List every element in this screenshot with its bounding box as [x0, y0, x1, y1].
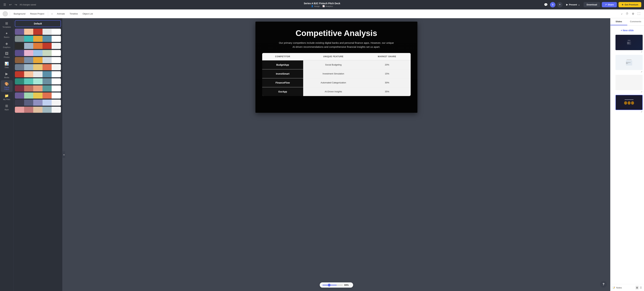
- menu-icon[interactable]: ☰: [3, 2, 7, 7]
- color-palette-6[interactable]: [15, 71, 61, 77]
- assign-button[interactable]: 👤 Assign: [311, 5, 320, 7]
- analytics-icon: 📈: [322, 5, 325, 7]
- timer-icon[interactable]: ⏱: [625, 11, 630, 16]
- color-swatch: [52, 85, 61, 92]
- slides-panel-content: + New slide 1 Pitch Deck ↗: [610, 26, 644, 284]
- color-palette-0[interactable]: [15, 29, 61, 35]
- slide-thumbnail-2[interactable]: 2 What do we offer? ↗: [612, 55, 643, 74]
- share-cell: 30%: [364, 78, 410, 87]
- share-cell: 35%: [364, 87, 410, 96]
- color-swatch: [52, 78, 61, 84]
- color-swatch: [15, 100, 24, 106]
- sidebar-item-apps[interactable]: ⊞ Apps: [1, 102, 13, 112]
- color-swatch: [52, 43, 61, 49]
- slide-title: Competitive Analysis: [262, 28, 411, 38]
- topbar: ☰ ↩ ↪ All changes saved Series A B2C Fin…: [0, 0, 644, 10]
- sidebar-item-basics[interactable]: ✦ Basics: [1, 30, 13, 40]
- zoom-slider[interactable]: [322, 285, 343, 285]
- analytics-button[interactable]: 📈 Analytics: [322, 5, 333, 7]
- sidebar-item-theme-colors[interactable]: 🎨 Theme Colors: [1, 80, 13, 92]
- comment-button[interactable]: 💬: [543, 2, 548, 7]
- premium-button[interactable]: ★ Get Premium: [618, 2, 641, 7]
- default-theme-button[interactable]: Default: [15, 20, 61, 27]
- table-row: FinanceFlowAutomated Categorization30%: [262, 78, 411, 87]
- table-row: InvestSmartInvestment Simulation15%: [262, 69, 411, 78]
- zoom-bar: 69%: [320, 282, 353, 288]
- sidebar-item-media[interactable]: ▶ Media: [1, 70, 13, 80]
- color-swatch: [33, 107, 42, 113]
- tab-slides[interactable]: Slides: [610, 18, 627, 25]
- color-swatch: [24, 57, 34, 63]
- notes-button[interactable]: 📝 Notes: [612, 286, 622, 290]
- color-swatch: [52, 71, 61, 77]
- my-files-icon: 📁: [4, 94, 9, 98]
- slide-thumbnail-1[interactable]: 1 Pitch Deck ↗: [612, 35, 643, 54]
- sidebar-item-photos[interactable]: 🖼 Photos: [1, 50, 13, 60]
- color-swatch: [15, 64, 24, 70]
- color-palette-10[interactable]: [15, 100, 61, 106]
- color-swatch: [42, 71, 52, 77]
- undo-button[interactable]: ↩: [8, 2, 12, 7]
- color-swatch: [24, 50, 34, 56]
- animate-icon[interactable]: ○: [50, 11, 54, 16]
- color-swatch: [33, 71, 42, 77]
- color-palette-7[interactable]: [15, 78, 61, 84]
- color-swatch: [42, 29, 52, 35]
- color-swatch: [52, 64, 61, 70]
- share-button[interactable]: ↗ Share: [602, 2, 617, 7]
- color-palette-3[interactable]: [15, 50, 61, 56]
- data-icon: 📊: [4, 62, 9, 66]
- palettes-container: [15, 29, 61, 113]
- slide-thumbnail-4[interactable]: 4 ↗: [612, 95, 643, 114]
- color-palette-9[interactable]: [15, 93, 61, 99]
- play-icon: ▶: [566, 3, 568, 6]
- color-swatch: [33, 100, 42, 106]
- resize-button[interactable]: Resize Project: [28, 12, 46, 16]
- slide-4-action-btn[interactable]: ↗: [640, 110, 643, 113]
- tab-comments[interactable]: Comments: [627, 18, 644, 25]
- grid-view-button[interactable]: ⊞: [636, 285, 639, 290]
- topbar-center: Series A B2C Fintech Pitch Deck 👤 Assign…: [163, 2, 481, 7]
- theme-colors-panel: Default: [14, 18, 62, 291]
- color-swatch: [52, 100, 61, 106]
- sidebar-item-graphics[interactable]: ◈ Graphics: [1, 40, 13, 50]
- download-button[interactable]: Download: [584, 2, 600, 7]
- slide-3-action-btn[interactable]: ↗: [640, 91, 643, 94]
- music-icon[interactable]: ♪: [620, 11, 624, 16]
- color-swatch: [33, 85, 42, 92]
- color-swatch: [52, 50, 61, 56]
- color-palette-8[interactable]: [15, 85, 61, 92]
- sidebar-item-templates[interactable]: ⊞ Templates: [1, 20, 13, 30]
- new-slide-button[interactable]: + New slide: [612, 27, 643, 34]
- present-button[interactable]: ▶ Present ⌄: [564, 2, 582, 7]
- settings-icon[interactable]: ⚙: [631, 11, 635, 16]
- feature-cell: Social Budgeting: [303, 60, 364, 69]
- add-collaborator-button[interactable]: +: [557, 2, 562, 8]
- color-swatch: [33, 57, 42, 63]
- color-swatch: [15, 36, 24, 42]
- color-palette-1[interactable]: [15, 36, 61, 42]
- color-palette-4[interactable]: [15, 57, 61, 63]
- color-swatch: [24, 100, 34, 106]
- color-palette-11[interactable]: [15, 107, 61, 113]
- sidebar-item-my-files[interactable]: 📁 My Files: [1, 92, 13, 102]
- redo-button[interactable]: ↪: [14, 2, 18, 7]
- slide-thumb-image-3: [616, 75, 643, 90]
- animate-button[interactable]: Animate: [55, 12, 67, 16]
- color-swatch[interactable]: [3, 11, 8, 16]
- timeline-button[interactable]: Timeline: [68, 12, 80, 16]
- list-view-button[interactable]: ☰: [639, 285, 643, 290]
- color-swatch: [52, 29, 61, 35]
- object-list-button[interactable]: Object List: [81, 12, 94, 16]
- slide-1-action-btn[interactable]: ↗: [640, 51, 643, 54]
- sidebar-item-data[interactable]: 📊 Data: [1, 60, 13, 70]
- help-button[interactable]: ?: [600, 281, 607, 288]
- color-palette-2[interactable]: [15, 43, 61, 49]
- slide-thumbnail-3[interactable]: 3 ↗: [612, 75, 643, 94]
- slide-2-action-btn[interactable]: ↗: [640, 70, 643, 73]
- screen-icon[interactable]: ⛶: [636, 11, 641, 16]
- color-palette-5[interactable]: [15, 64, 61, 70]
- color-swatch: [24, 43, 34, 49]
- background-button[interactable]: Background: [12, 12, 27, 16]
- collapse-panel-btn[interactable]: ◀: [62, 151, 65, 158]
